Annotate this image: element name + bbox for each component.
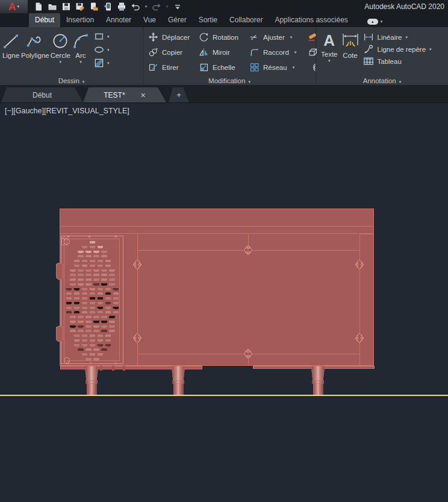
ground-line <box>0 395 448 396</box>
trim-label: Ajuster <box>263 34 285 41</box>
new-file-button[interactable] <box>33 1 45 13</box>
table-label: Tableau <box>378 58 402 65</box>
circle-dropdown-caret-icon[interactable]: ▾ <box>60 60 62 64</box>
plot-icon <box>117 2 126 11</box>
stretch-button[interactable]: Etirer <box>148 62 199 72</box>
panel-dessin-caret-icon: ▾ <box>82 80 85 84</box>
file-tab-bar: Début TEST* × + <box>0 85 448 102</box>
save-as-icon <box>75 2 85 11</box>
machine-legs <box>85 366 325 395</box>
fillet-button[interactable]: Raccord ▾ <box>249 47 307 57</box>
ellipse-button[interactable]: ▾ <box>94 45 110 55</box>
file-tab-start[interactable]: Début <box>1 87 83 102</box>
linear-dropdown-caret-icon[interactable]: ▾ <box>405 35 408 40</box>
ribbon-tab-applications-associees[interactable]: Applications associées <box>269 13 353 27</box>
panel-title-annotation[interactable]: Annotation▾ <box>316 77 448 84</box>
leader-label: Ligne de repère <box>378 46 426 53</box>
save-icon <box>61 2 71 11</box>
ribbon-tab-debut[interactable]: Début <box>29 13 60 27</box>
redo-button[interactable] <box>151 1 163 13</box>
rotate-button[interactable]: Rotation <box>199 32 249 42</box>
table-button[interactable]: Tableau <box>363 56 432 66</box>
scale-label: Echelle <box>213 64 235 71</box>
rectangle-dropdown-caret-icon[interactable]: ▾ <box>107 34 110 39</box>
stretch-label: Etirer <box>162 64 178 71</box>
array-label: Réseau <box>263 64 287 71</box>
linear-dimension-label: Linéaire <box>378 34 402 41</box>
leader-dropdown-caret-icon[interactable]: ▾ <box>429 47 432 52</box>
minimize-ribbon-caret-icon: ▾ <box>381 19 383 24</box>
scale-icon <box>199 62 209 72</box>
panel-title-dessin[interactable]: Dessin▾ <box>0 77 143 84</box>
ribbon-tab-gerer[interactable]: Gérer <box>162 13 193 27</box>
text-dropdown-caret-icon[interactable]: ▾ <box>328 58 331 63</box>
ribbon-tab-sortie[interactable]: Sortie <box>193 13 223 27</box>
hatch-button[interactable]: ▾ <box>94 58 110 68</box>
rotate-label: Rotation <box>213 34 238 41</box>
text-button[interactable]: A Texte ▾ <box>321 29 338 75</box>
stretch-icon <box>148 62 158 72</box>
fillet-icon <box>249 47 260 57</box>
panel-modification-caret-icon: ▾ <box>248 80 250 84</box>
array-dropdown-caret-icon[interactable]: ▾ <box>293 65 295 70</box>
customize-qat-icon <box>173 2 182 11</box>
move-button[interactable]: Déplacer <box>148 32 199 42</box>
machine-elevation-drawing <box>0 103 448 502</box>
logo-caret-icon: ▾ <box>17 4 19 9</box>
open-file-button[interactable] <box>46 1 58 13</box>
leader-button[interactable]: Ligne de repère ▾ <box>363 44 432 54</box>
application-menu-button[interactable]: A ▾ <box>0 0 28 13</box>
ribbon-tab-collaborer[interactable]: Collaborer <box>223 13 269 27</box>
autocad-window: A ▾ <box>0 0 448 502</box>
arc-dropdown-caret-icon[interactable]: ▾ <box>79 60 82 64</box>
dimension-button[interactable]: Cote <box>341 29 359 75</box>
app-title: Autodesk AutoCAD 2020 <box>364 2 444 11</box>
leader-icon <box>363 44 374 54</box>
ribbon-tab-annoter[interactable]: Annoter <box>100 13 137 27</box>
drawing-canvas[interactable]: [−][Gauche][REVIT_VISUAL_STYLE] <box>0 102 448 502</box>
save-as-button[interactable] <box>74 1 86 13</box>
trim-button[interactable]: ✂ Ajuster ▾ <box>249 32 307 42</box>
polyline-button[interactable]: Polyligne <box>21 29 49 75</box>
panel-title-modification[interactable]: Modification▾ <box>143 77 316 84</box>
circle-button[interactable]: Cercle ▾ <box>51 29 70 75</box>
customize-qat-button[interactable] <box>172 1 184 13</box>
save-button[interactable] <box>60 1 72 13</box>
plot-button[interactable] <box>116 1 128 13</box>
redo-dropdown-button[interactable]: ▾ <box>164 1 170 13</box>
new-drawing-tab-button[interactable]: + <box>169 87 189 102</box>
arc-button[interactable]: Arc ▾ <box>72 29 90 75</box>
panel-annotation: A Texte ▾ Cote <box>316 27 448 85</box>
scale-button[interactable]: Echelle <box>199 62 249 72</box>
ribbon-tab-vue[interactable]: Vue <box>137 13 162 27</box>
close-tab-icon[interactable]: × <box>141 90 146 100</box>
copy-button[interactable]: Copier <box>148 47 199 57</box>
rotate-icon <box>199 32 209 42</box>
undo-dropdown-button[interactable]: ▾ <box>143 1 149 13</box>
line-button[interactable]: Ligne <box>2 29 20 75</box>
panel-annotation-caret-icon: ▾ <box>399 80 402 84</box>
arc-icon <box>72 31 90 51</box>
viewport-controls[interactable]: [−][Gauche][REVIT_VISUAL_STYLE] <box>5 107 129 115</box>
text-label: Texte <box>321 51 338 58</box>
fillet-dropdown-caret-icon[interactable]: ▾ <box>294 50 297 55</box>
ellipse-dropdown-caret-icon[interactable]: ▾ <box>107 48 110 52</box>
dimension-label: Cote <box>343 52 357 59</box>
svg-text:✂: ✂ <box>249 32 259 42</box>
linear-dimension-icon <box>363 32 374 42</box>
mirror-button[interactable]: Miroir <box>199 47 249 57</box>
linear-dimension-button[interactable]: Linéaire ▾ <box>363 32 432 42</box>
trim-dropdown-caret-icon[interactable]: ▾ <box>290 35 293 40</box>
ribbon-tab-insertion[interactable]: Insertion <box>60 13 100 27</box>
array-button[interactable]: Réseau ▾ <box>249 62 307 72</box>
open-web-mobile-button[interactable] <box>88 1 100 13</box>
minimize-ribbon-icon: ▲ <box>367 19 378 25</box>
save-web-mobile-button[interactable] <box>102 1 114 13</box>
minimize-ribbon-button[interactable]: ▲ ▾ <box>367 19 383 25</box>
undo-button[interactable] <box>129 1 142 13</box>
rectangle-button[interactable]: ▾ <box>94 31 110 42</box>
circle-icon <box>51 31 69 51</box>
plus-icon: + <box>176 90 181 99</box>
file-tab-test[interactable]: TEST* × <box>83 87 166 102</box>
hatch-dropdown-caret-icon[interactable]: ▾ <box>107 61 110 66</box>
